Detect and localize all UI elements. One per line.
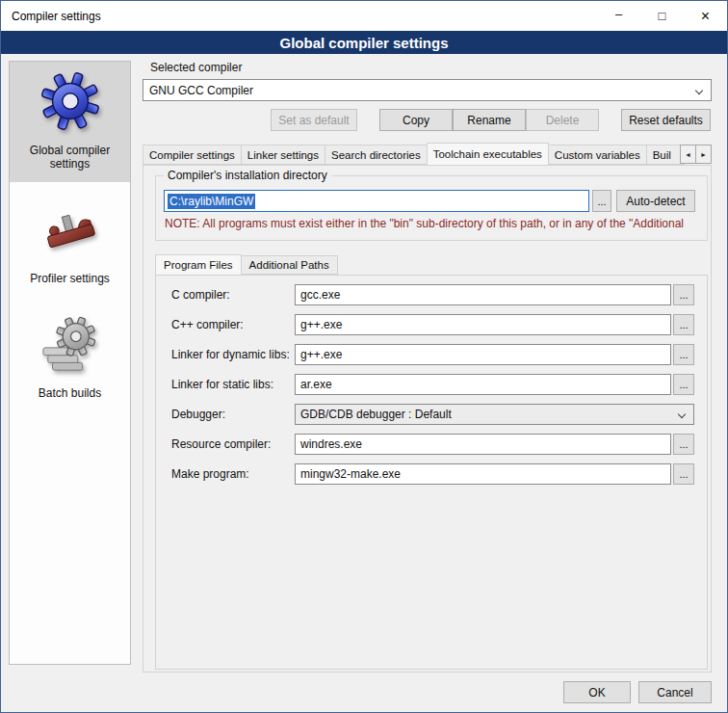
selected-compiler-value: GNU GCC Compiler (149, 84, 253, 97)
sidebar-item-label: Profiler settings (30, 272, 110, 285)
tab-compiler-settings[interactable]: Compiler settings (143, 145, 242, 165)
browse-button[interactable]: ... (673, 284, 694, 305)
sidebar-item-batch-builds[interactable]: Batch builds (10, 304, 130, 411)
tab-scroll-right-icon[interactable]: ► (695, 145, 712, 164)
toolchain-executables-panel: Compiler's installation directory C:\ray… (143, 165, 712, 673)
field-label: Make program: (171, 467, 295, 481)
compiler-settings-window: Compiler settings – □ × Global compiler … (0, 0, 728, 713)
close-icon: × (701, 8, 710, 25)
reset-defaults-button[interactable]: Reset defaults (621, 109, 711, 131)
maximize-icon: □ (659, 9, 666, 23)
field-row-make-program: Make program: mingw32-make.exe ... (171, 463, 694, 485)
main-panel: Selected compiler GNU GCC Compiler Set a… (143, 61, 712, 673)
installation-note: NOTE: All programs must exist either in … (165, 217, 695, 230)
ok-button[interactable]: OK (563, 681, 631, 703)
cancel-button[interactable]: Cancel (638, 681, 712, 703)
browse-button[interactable]: ... (673, 374, 694, 395)
field-row-cpp-compiler: C++ compiler: g++.exe ... (171, 314, 694, 335)
compiler-actions: Set as default Copy Rename Delete Reset … (143, 109, 712, 131)
browse-directory-button[interactable]: ... (592, 190, 611, 212)
browse-button[interactable]: ... (673, 463, 694, 485)
tab-search-directories[interactable]: Search directories (325, 145, 428, 165)
minimize-icon: – (615, 7, 622, 21)
browse-button[interactable]: ... (673, 344, 694, 365)
chevron-down-icon (695, 87, 703, 94)
program-subtabbar: Program Files Additional Paths (155, 253, 708, 275)
gear-icon (40, 71, 100, 131)
program-files-panel: C compiler: gcc.exe ... C++ compiler: g+… (155, 275, 708, 670)
field-row-dynamic-linker: Linker for dynamic libs: g++.exe ... (171, 344, 694, 365)
installation-directory-group: Compiler's installation directory C:\ray… (155, 175, 708, 241)
selected-compiler-label: Selected compiler (150, 61, 712, 74)
auto-detect-button[interactable]: Auto-detect (616, 190, 695, 212)
rename-button[interactable]: Rename (453, 109, 526, 131)
sidebar-item-global-compiler-settings[interactable]: Global compiler settings (10, 62, 130, 182)
set-as-default-button[interactable]: Set as default (271, 109, 357, 131)
field-label: Linker for static libs: (171, 378, 295, 391)
browse-button[interactable]: ... (673, 434, 694, 455)
installation-directory-value: C:\raylib\MinGW (168, 194, 255, 209)
tab-scroll-left-icon[interactable]: ◄ (680, 145, 696, 164)
tab-scroll-buttons: ◄ ► (681, 145, 712, 164)
selected-compiler-combobox[interactable]: GNU GCC Compiler (143, 79, 712, 101)
subtab-additional-paths[interactable]: Additional Paths (241, 255, 338, 275)
batch-builds-icon (40, 314, 100, 374)
minimize-button[interactable]: – (597, 1, 640, 31)
make-program-input[interactable]: mingw32-make.exe (295, 463, 671, 485)
field-label: C compiler: (171, 288, 295, 302)
sidebar-item-label: Global compiler settings (12, 144, 128, 171)
close-button[interactable]: × (684, 1, 727, 31)
dialog-footer: OK Cancel (563, 681, 712, 703)
title-bar: Compiler settings – □ × (1, 1, 727, 31)
maximize-button[interactable]: □ (640, 1, 684, 31)
field-label: Linker for dynamic libs: (171, 348, 295, 361)
field-label: C++ compiler: (171, 318, 295, 331)
page-title: Global compiler settings (1, 31, 727, 54)
debugger-select[interactable]: GDB/CDB debugger : Default (295, 404, 694, 425)
debugger-value: GDB/CDB debugger : Default (300, 408, 452, 421)
delete-button[interactable]: Delete (526, 109, 599, 131)
sidebar-item-profiler-settings[interactable]: Profiler settings (10, 190, 130, 297)
field-row-static-linker: Linker for static libs: ar.exe ... (171, 374, 694, 395)
tab-custom-variables[interactable]: Custom variables (548, 145, 647, 165)
tab-toolchain-executables[interactable]: Toolchain executables (427, 143, 549, 166)
installation-directory-input[interactable]: C:\raylib\MinGW (164, 190, 589, 212)
window-title: Compiler settings (12, 10, 101, 23)
field-label: Resource compiler: (171, 437, 295, 451)
settings-sidebar: Global compiler settings (9, 61, 131, 665)
dynamic-linker-input[interactable]: g++.exe (295, 344, 671, 365)
tab-build-options[interactable]: Buil (646, 145, 685, 165)
browse-button[interactable]: ... (673, 314, 694, 335)
dialog-content: Global compiler settings (1, 54, 727, 712)
window-controls: – □ × (597, 1, 727, 31)
c-compiler-input[interactable]: gcc.exe (295, 284, 671, 305)
copy-button[interactable]: Copy (379, 109, 453, 131)
field-row-debugger: Debugger: GDB/CDB debugger : Default (171, 404, 694, 425)
chevron-down-icon (678, 410, 686, 418)
installation-directory-row: C:\raylib\MinGW ... Auto-detect (164, 190, 695, 212)
cpp-compiler-input[interactable]: g++.exe (295, 314, 671, 335)
sidebar-item-label: Batch builds (39, 386, 101, 400)
field-row-c-compiler: C compiler: gcc.exe ... (171, 284, 694, 305)
profiler-icon (40, 199, 100, 259)
field-row-resource-compiler: Resource compiler: windres.exe ... (171, 434, 694, 455)
resource-compiler-input[interactable]: windres.exe (295, 434, 671, 455)
subtab-program-files[interactable]: Program Files (155, 254, 242, 276)
static-linker-input[interactable]: ar.exe (295, 374, 671, 395)
installation-directory-title: Compiler's installation directory (164, 169, 331, 182)
field-label: Debugger: (171, 408, 295, 421)
settings-tabbar: Compiler settings Linker settings Search… (143, 142, 712, 165)
tab-linker-settings[interactable]: Linker settings (241, 145, 325, 165)
